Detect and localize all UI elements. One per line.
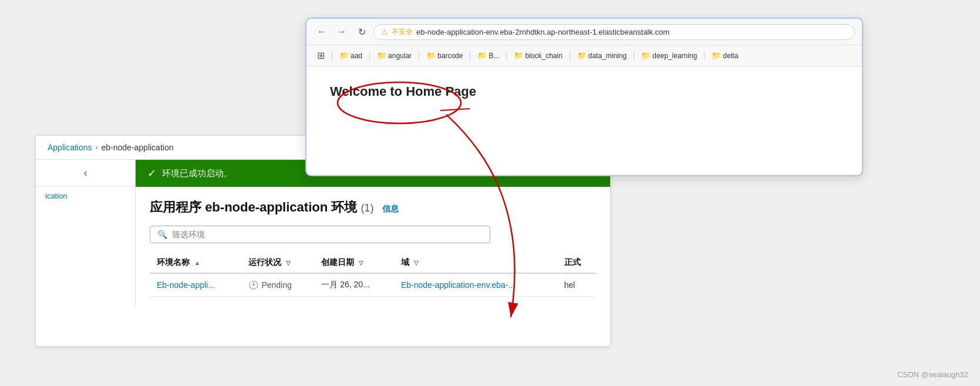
- content-body: 应用程序 eb-node-application 环境 (1) 信息 🔍: [136, 187, 610, 308]
- breadcrumb-applications-link[interactable]: Applications: [48, 143, 92, 152]
- folder-icon-8: 📁: [712, 51, 721, 60]
- collapse-icon: ‹: [84, 167, 87, 179]
- bookmark-label-8: delta: [723, 52, 738, 60]
- sort-icon-name[interactable]: ▲: [194, 260, 200, 266]
- col-extra: 正式: [557, 253, 596, 273]
- bookmark-label: aad: [351, 52, 362, 60]
- div3: [419, 51, 419, 61]
- bookmark-datamining[interactable]: 📁 data_mining: [574, 49, 630, 62]
- bookmark-label-3: barcode: [437, 52, 463, 60]
- folder-icon: 📁: [339, 51, 349, 60]
- div5: [506, 51, 507, 61]
- sidebar-nav-application[interactable]: ication: [36, 187, 135, 205]
- folder-icon-5: 📁: [514, 51, 523, 60]
- env-name-link[interactable]: Eb-node-appli...: [157, 280, 215, 290]
- app-title-suffix: 环境: [331, 200, 357, 214]
- bookmark-barcode[interactable]: 📁 barcode: [423, 49, 466, 62]
- clock-icon: 🕐: [248, 280, 258, 290]
- status-pending-container: 🕐 Pending: [248, 280, 307, 290]
- success-check-icon: ✓: [147, 167, 156, 180]
- sidebar-toggle-button[interactable]: ‹: [36, 160, 135, 187]
- cell-env-name: Eb-node-appli...: [150, 273, 241, 297]
- browser-toolbar: ← → ↻ ⚠ 不安全 eb-node-application-env.eba-…: [307, 19, 862, 45]
- app-name: eb-node-application: [205, 200, 328, 214]
- sort-icon-created[interactable]: ▽: [359, 260, 363, 266]
- bookmark-angular[interactable]: 📁 angular: [373, 49, 415, 62]
- left-sidebar: ‹ ication: [36, 160, 136, 308]
- breadcrumb-current: eb-node-application: [102, 143, 174, 152]
- bookmark-label-6: data_mining: [588, 52, 627, 60]
- search-input[interactable]: [172, 230, 483, 239]
- success-text: 环境已成功启动。: [162, 168, 233, 179]
- folder-icon-3: 📁: [426, 51, 436, 60]
- bookmark-label-7: deep_learning: [652, 52, 697, 60]
- cell-status: 🕐 Pending: [241, 273, 314, 297]
- div8: [704, 51, 705, 61]
- back-button[interactable]: ←: [314, 24, 330, 40]
- bookmark-label-2: angular: [388, 52, 412, 60]
- cell-created: 一月 26, 20...: [314, 273, 394, 297]
- address-bar[interactable]: ⚠ 不安全 eb-node-application-env.eba-2rnhdt…: [373, 24, 855, 40]
- folder-icon-7: 📁: [641, 51, 651, 60]
- col-env-name: 环境名称 ▲: [150, 253, 241, 273]
- folder-icon-6: 📁: [577, 51, 587, 60]
- bookmarks-bar: ⊞ 📁 aad 📁 angular 📁 barcode 📁 B... 📁 blo…: [307, 45, 862, 66]
- bookmark-blockchain[interactable]: 📁 block_chain: [510, 49, 565, 62]
- warning-icon: ⚠: [381, 28, 388, 36]
- cell-extra: hel: [557, 273, 596, 297]
- browser-content: Welcome to Home Page: [307, 66, 862, 117]
- bookmark-label-5: block_chain: [525, 52, 562, 60]
- cell-domain: Eb-node-application-env.eba-...: [394, 273, 557, 297]
- browser-window: ← → ↻ ⚠ 不安全 eb-node-application-env.eba-…: [305, 18, 863, 176]
- div7: [634, 51, 634, 61]
- aws-main: ‹ ication ✓ 环境已成功启动。 应用程序 eb-node-applic…: [36, 160, 610, 308]
- sort-icon-domain[interactable]: ▽: [414, 260, 419, 266]
- forward-button[interactable]: →: [334, 24, 350, 40]
- bookmark-b[interactable]: 📁 B...: [474, 49, 503, 62]
- info-link[interactable]: 信息: [382, 204, 399, 213]
- col-status: 运行状况 ▽: [241, 253, 314, 273]
- col-domain: 域 ▽: [394, 253, 557, 273]
- bookmark-deeplearning[interactable]: 📁 deep_learning: [638, 49, 701, 62]
- folder-icon-2: 📁: [377, 51, 386, 60]
- app-title-prefix: 应用程序: [150, 200, 201, 214]
- insecure-label: 不安全: [392, 27, 413, 37]
- status-text: Pending: [261, 280, 291, 290]
- address-text: eb-node-application-env.eba-2rnhdtkn.ap-…: [416, 28, 669, 36]
- watermark: CSDN @sealaugh32: [897, 370, 968, 379]
- bookmarks-divider: [332, 51, 332, 61]
- app-title: 应用程序 eb-node-application 环境 (1) 信息: [150, 199, 596, 216]
- div2: [369, 51, 370, 61]
- environments-table: 环境名称 ▲ 运行状况 ▽ 创建日期 ▽: [150, 253, 596, 297]
- count-badge: (1): [361, 202, 373, 214]
- folder-icon-4: 📁: [477, 51, 487, 60]
- aws-content: ✓ 环境已成功启动。 应用程序 eb-node-application 环境 (…: [136, 160, 610, 308]
- bookmark-delta[interactable]: 📁 delta: [708, 49, 742, 62]
- bookmark-label-4: B...: [489, 52, 499, 60]
- search-container: 🔍: [150, 226, 490, 243]
- refresh-button[interactable]: ↻: [353, 24, 370, 40]
- bookmark-aad[interactable]: 📁 aad: [336, 49, 366, 62]
- domain-link[interactable]: Eb-node-application-env.eba-...: [401, 280, 515, 290]
- breadcrumb-separator: ›: [96, 143, 98, 152]
- col-created: 创建日期 ▽: [314, 253, 394, 273]
- div6: [570, 51, 570, 61]
- div4: [470, 51, 470, 61]
- sort-icon-status[interactable]: ▽: [286, 260, 291, 266]
- search-icon: 🔍: [157, 230, 167, 239]
- grid-icon[interactable]: ⊞: [314, 48, 328, 63]
- welcome-heading: Welcome to Home Page: [330, 84, 476, 99]
- table-row: Eb-node-appli... 🕐 Pending 一月 26, 20...: [150, 273, 596, 297]
